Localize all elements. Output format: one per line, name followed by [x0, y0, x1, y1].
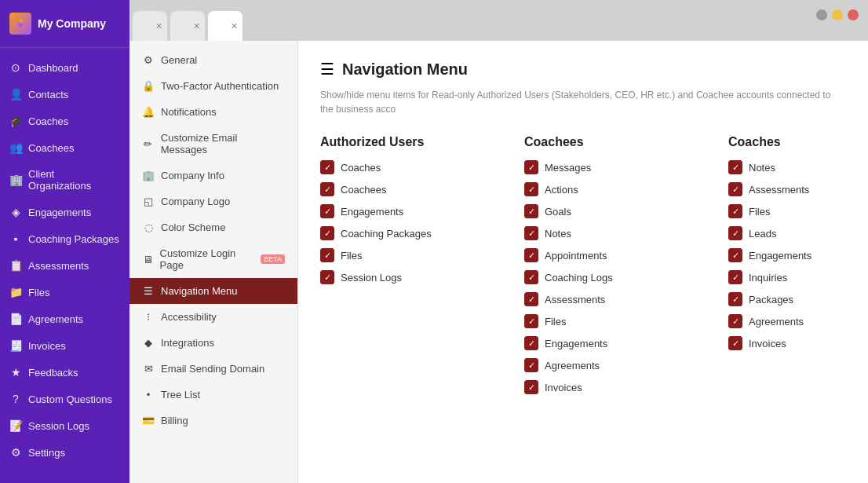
- sidebar-label-coaches: Coaches: [28, 115, 68, 127]
- tab-1[interactable]: ✕: [133, 11, 167, 41]
- sidebar-item-dashboard[interactable]: ⊙ Dashboard: [0, 54, 129, 81]
- checkbox-assessments-coaches[interactable]: ✓: [728, 182, 742, 196]
- checkbox-agreements-coaches[interactable]: ✓: [728, 314, 742, 328]
- settings-nav-email-domain-label: Email Sending Domain: [161, 363, 264, 375]
- sidebar-item-session-logs[interactable]: 📝 Session Logs: [0, 412, 129, 439]
- checkbox-messages[interactable]: ✓: [524, 160, 538, 174]
- email-domain-icon: ✉: [142, 363, 155, 375]
- sidebar-item-invoices[interactable]: 🧾 Invoices: [0, 332, 129, 359]
- coaches-column: Coaches ✓ Notes ✓ Assessments ✓ Files: [728, 135, 868, 402]
- sidebar-item-files[interactable]: 📁 Files: [0, 279, 129, 306]
- settings-nav-accessibility-label: Accessibility: [161, 311, 217, 323]
- checkbox-appointments[interactable]: ✓: [524, 248, 538, 262]
- tab-3[interactable]: ✕: [208, 11, 243, 41]
- coachees-icon: 👥: [9, 141, 22, 154]
- company-info-icon: 🏢: [142, 170, 155, 181]
- sidebar-item-custom-questions[interactable]: ? Custom Questions: [0, 386, 129, 412]
- agreements-icon: 📄: [9, 313, 22, 325]
- sidebar-item-coaching-packages[interactable]: ▪ Coaching Packages: [0, 225, 129, 252]
- sidebar-label-custom-questions: Custom Questions: [28, 393, 112, 405]
- settings-nav-notifications[interactable]: 🔔 Notifications: [129, 99, 297, 125]
- sidebar-item-coachees[interactable]: 👥 Coachees: [0, 134, 129, 161]
- checkbox-engagements-auth[interactable]: ✓: [320, 204, 334, 218]
- checkbox-invoices-coaches[interactable]: ✓: [728, 336, 742, 350]
- check-item-assessments-coaches: ✓ Assessments: [728, 182, 868, 196]
- color-scheme-icon: ◌: [142, 221, 155, 233]
- integrations-icon: ◆: [142, 337, 155, 349]
- checkbox-agreements-coachees[interactable]: ✓: [524, 358, 538, 372]
- checkbox-notes-coachees[interactable]: ✓: [524, 226, 538, 240]
- check-item-files-auth: ✓ Files: [320, 248, 477, 262]
- check-item-invoices-coachees: ✓ Invoices: [524, 380, 681, 394]
- check-item-messages: ✓ Messages: [524, 160, 681, 174]
- sidebar-item-contacts[interactable]: 👤 Contacts: [0, 81, 129, 108]
- settings-icon: ⚙: [9, 446, 22, 459]
- coaching-packages-icon: ▪: [9, 232, 22, 245]
- sidebar-item-engagements[interactable]: ◈ Engagements: [0, 199, 129, 225]
- checkbox-goals[interactable]: ✓: [524, 204, 538, 218]
- sidebar-item-settings[interactable]: ⚙ Settings: [0, 439, 129, 466]
- settings-nav-company-info[interactable]: 🏢 Company Info: [129, 163, 297, 188]
- settings-nav-company-logo[interactable]: ◱ Company Logo: [129, 188, 297, 214]
- checkbox-engagements-coaches[interactable]: ✓: [728, 248, 742, 262]
- client-orgs-icon: 🏢: [9, 174, 22, 186]
- checkbox-actions[interactable]: ✓: [524, 182, 538, 196]
- settings-nav-color-scheme[interactable]: ◌ Color Scheme: [129, 214, 297, 240]
- customize-login-icon: 🖥: [142, 254, 154, 265]
- content-area: ⚙ General 🔒 Two-Factor Authentication 🔔 …: [129, 41, 868, 483]
- checkbox-session-logs-auth[interactable]: ✓: [320, 270, 334, 284]
- sidebar-navigation: ⊙ Dashboard 👤 Contacts 🎓 Coaches 👥 Coach…: [0, 48, 129, 483]
- checkbox-files-auth[interactable]: ✓: [320, 248, 334, 262]
- sidebar-item-coaches[interactable]: 🎓 Coaches: [0, 108, 129, 134]
- checkbox-inquiries[interactable]: ✓: [728, 270, 742, 284]
- checkbox-files-coachees[interactable]: ✓: [524, 314, 538, 328]
- main-area: ✕ ✕ ✕ ⚙ General: [129, 0, 868, 483]
- tab-3-close[interactable]: ✕: [231, 21, 238, 31]
- svg-marker-0: [19, 17, 24, 22]
- settings-nav-billing[interactable]: 💳 Billing: [129, 408, 297, 434]
- sidebar-item-feedbacks[interactable]: ★ Feedbacks: [0, 359, 129, 386]
- checkbox-invoices-coachees[interactable]: ✓: [524, 380, 538, 394]
- minimize-button[interactable]: [816, 9, 827, 20]
- checkbox-files-coaches[interactable]: ✓: [728, 204, 742, 218]
- tab-bar: ✕ ✕ ✕: [129, 0, 868, 41]
- settings-nav-accessibility[interactable]: ⁝ Accessibility: [129, 304, 297, 330]
- settings-nav-general[interactable]: ⚙ General: [129, 47, 297, 73]
- close-button[interactable]: [848, 9, 859, 20]
- settings-nav-customize-login[interactable]: 🖥 Customize Login Page BETA: [129, 240, 297, 278]
- settings-nav-company-logo-label: Company Logo: [161, 196, 230, 207]
- settings-nav-email-messages[interactable]: ✏ Customize Email Messages: [129, 125, 297, 163]
- check-item-notes-coachees: ✓ Notes: [524, 226, 681, 240]
- checkbox-packages[interactable]: ✓: [728, 292, 742, 306]
- check-item-leads: ✓ Leads: [728, 226, 868, 240]
- checkbox-engagements-coachees[interactable]: ✓: [524, 336, 538, 350]
- checkbox-coachees-auth[interactable]: ✓: [320, 182, 334, 196]
- checkbox-assessments-coachees[interactable]: ✓: [524, 292, 538, 306]
- check-item-agreements-coaches: ✓ Agreements: [728, 314, 868, 328]
- sidebar-label-contacts: Contacts: [28, 89, 68, 101]
- settings-nav-2fa[interactable]: 🔒 Two-Factor Authentication: [129, 73, 297, 99]
- company-logo-nav-icon: ◱: [142, 196, 155, 207]
- tab-2[interactable]: ✕: [170, 11, 205, 41]
- settings-nav-tree-list[interactable]: • Tree List: [129, 382, 297, 408]
- sidebar-label-files: Files: [28, 287, 49, 298]
- checkbox-notes-coaches[interactable]: ✓: [728, 160, 742, 174]
- files-icon: 📁: [9, 286, 22, 298]
- settings-nav-integrations[interactable]: ◆ Integrations: [129, 330, 297, 356]
- billing-icon: 💳: [142, 415, 155, 426]
- settings-nav-email-domain[interactable]: ✉ Email Sending Domain: [129, 356, 297, 382]
- maximize-button[interactable]: [832, 9, 843, 20]
- checkbox-coaching-packages-auth[interactable]: ✓: [320, 226, 334, 240]
- check-item-engagements-coaches: ✓ Engagements: [728, 248, 868, 262]
- check-item-goals: ✓ Goals: [524, 204, 681, 218]
- checkbox-coaching-logs[interactable]: ✓: [524, 270, 538, 284]
- tab-2-close[interactable]: ✕: [193, 21, 200, 31]
- sidebar-label-coachees: Coachees: [28, 142, 75, 154]
- checkbox-leads[interactable]: ✓: [728, 226, 742, 240]
- checkbox-coaches-auth[interactable]: ✓: [320, 160, 334, 174]
- sidebar-item-assessments[interactable]: 📋 Assessments: [0, 252, 129, 279]
- settings-nav-navigation-menu[interactable]: ☰ Navigation Menu: [129, 278, 297, 304]
- sidebar-item-client-orgs[interactable]: 🏢 Client Organizations: [0, 161, 129, 199]
- sidebar-item-agreements[interactable]: 📄 Agreements: [0, 306, 129, 332]
- tab-1-close[interactable]: ✕: [155, 21, 162, 31]
